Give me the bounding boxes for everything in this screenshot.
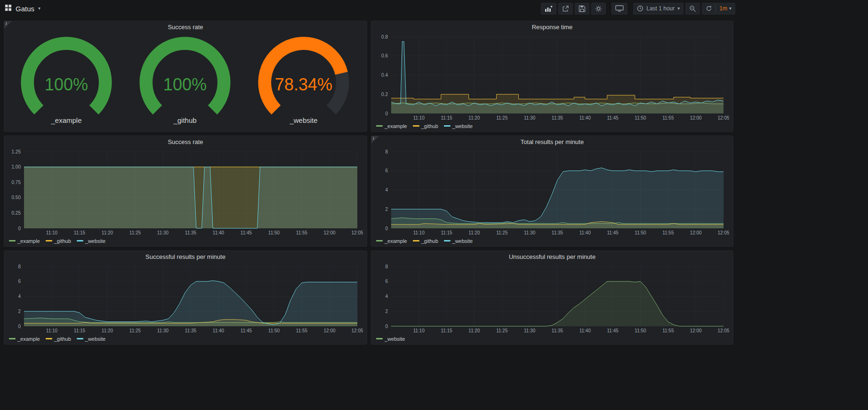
svg-text:11:45: 11:45 [607, 115, 619, 121]
legend-item-_example[interactable]: _example [9, 336, 40, 342]
svg-text:12:00: 12:00 [690, 230, 702, 235]
time-range-picker[interactable]: Last 1 hour ▾ [633, 3, 683, 15]
panel-title[interactable]: Response time [371, 21, 733, 33]
svg-text:0.25: 0.25 [12, 210, 21, 216]
legend-series-swatch [444, 125, 450, 127]
apps-grid-icon[interactable] [5, 4, 12, 13]
legend-series-name: _example [17, 336, 40, 342]
svg-text:6: 6 [385, 168, 388, 173]
svg-text:11:40: 11:40 [579, 328, 591, 333]
legend-series-name: _example [385, 238, 407, 244]
panel-info-icon[interactable]: i [371, 136, 379, 144]
svg-text:11:35: 11:35 [552, 115, 563, 121]
svg-text:11:10: 11:10 [413, 328, 425, 333]
legend-series-swatch [46, 240, 52, 241]
legend-series-name: _example [17, 238, 40, 244]
legend-item-_example[interactable]: _example [376, 238, 407, 244]
svg-text:11:10: 11:10 [46, 230, 58, 235]
refresh-button[interactable] [702, 3, 715, 14]
svg-text:6: 6 [385, 279, 388, 284]
svg-text:11:25: 11:25 [496, 328, 508, 333]
legend-item-_github[interactable]: _github [413, 238, 438, 244]
legend-series-name: _website [385, 336, 405, 342]
svg-text:11:35: 11:35 [552, 328, 563, 333]
svg-text:11:25: 11:25 [496, 230, 508, 235]
svg-text:11:15: 11:15 [441, 230, 453, 235]
panel-info-icon[interactable]: i [4, 21, 12, 29]
navbar-right: Last 1 hour ▾ 1m ▾ [537, 3, 735, 15]
gauge-group: 100%_example100%_github78.34%_website [7, 33, 363, 130]
clock-icon [637, 5, 643, 12]
add-panel-button[interactable] [541, 3, 556, 15]
svg-text:0.8: 0.8 [381, 34, 388, 40]
svg-text:11:40: 11:40 [213, 328, 225, 333]
svg-text:11:55: 11:55 [296, 230, 308, 235]
svg-text:8: 8 [385, 264, 388, 269]
legend-series-swatch [376, 338, 383, 339]
panel-success-rate-gauges: i Success rate 100%_example100%_github78… [4, 21, 367, 132]
legend-item-_github[interactable]: _github [413, 123, 438, 129]
legend-item-_example[interactable]: _example [9, 238, 40, 244]
navbar-left: Gatus ▾ [5, 4, 40, 13]
gauge-label: _website [289, 116, 317, 124]
chart-legend: _example_github_website [374, 122, 729, 130]
svg-text:11:50: 11:50 [268, 328, 280, 333]
gauge-label: _example [51, 116, 81, 124]
legend-series-name: _example [385, 123, 407, 129]
svg-text:12:00: 12:00 [690, 115, 702, 121]
gauge-_example: 100%_example [11, 34, 121, 124]
legend-item-_website[interactable]: _website [77, 336, 105, 342]
zoom-out-button[interactable] [685, 3, 700, 15]
legend-series-swatch [413, 240, 419, 241]
svg-text:8: 8 [385, 149, 388, 154]
panel-title[interactable]: Success rate [4, 21, 367, 33]
svg-text:11:30: 11:30 [524, 115, 536, 121]
panel-title[interactable]: Successful results per minute [4, 251, 367, 263]
svg-text:11:40: 11:40 [579, 115, 591, 121]
dashboard-title[interactable]: Gatus [16, 5, 34, 13]
svg-text:11:25: 11:25 [129, 328, 141, 333]
svg-text:11:20: 11:20 [468, 115, 480, 121]
cycle-view-button[interactable] [611, 3, 627, 15]
svg-text:11:55: 11:55 [662, 115, 674, 121]
chevron-down-icon: ▾ [729, 6, 731, 11]
svg-text:11:50: 11:50 [268, 230, 280, 235]
panel-title[interactable]: Total results per minute [371, 136, 733, 148]
svg-text:8: 8 [18, 264, 21, 269]
svg-text:11:55: 11:55 [662, 230, 674, 235]
panel-title[interactable]: Success rate [4, 136, 367, 148]
svg-text:11:55: 11:55 [662, 328, 674, 333]
legend-series-swatch [9, 240, 16, 241]
svg-text:11:10: 11:10 [413, 230, 425, 235]
legend-series-swatch [376, 125, 383, 127]
svg-text:4: 4 [18, 294, 21, 299]
legend-item-_github[interactable]: _github [46, 336, 71, 342]
svg-text:11:35: 11:35 [552, 230, 563, 235]
panel-success-rate-graph: Success rate 00.250.500.751.001.2511:101… [4, 136, 367, 247]
tv-icon [615, 5, 624, 12]
svg-text:0.2: 0.2 [381, 92, 388, 97]
legend-item-_github[interactable]: _github [46, 238, 71, 244]
svg-text:11:30: 11:30 [524, 230, 536, 235]
svg-text:11:40: 11:40 [579, 230, 591, 235]
legend-series-swatch [46, 338, 52, 339]
legend-series-name: _github [421, 238, 438, 244]
svg-text:12:00: 12:00 [323, 230, 335, 235]
legend-item-_website[interactable]: _website [444, 238, 473, 244]
gear-icon [595, 5, 602, 12]
save-button[interactable] [575, 3, 589, 15]
legend-item-_website[interactable]: _website [77, 238, 105, 244]
share-button[interactable] [558, 3, 573, 15]
settings-button[interactable] [591, 3, 606, 15]
legend-series-swatch [413, 125, 419, 127]
refresh-interval-dropdown[interactable]: 1m ▾ [716, 3, 735, 14]
svg-text:11:15: 11:15 [74, 328, 86, 333]
chevron-down-icon[interactable]: ▾ [38, 6, 40, 11]
legend-item-_website[interactable]: _website [376, 336, 405, 342]
legend-item-_website[interactable]: _website [444, 123, 473, 129]
legend-item-_example[interactable]: _example [376, 123, 407, 129]
svg-text:11:15: 11:15 [441, 328, 453, 333]
svg-text:1.25: 1.25 [12, 149, 21, 154]
panel-title[interactable]: Unsuccessful results per minute [371, 251, 733, 263]
svg-text:11:50: 11:50 [635, 230, 646, 235]
